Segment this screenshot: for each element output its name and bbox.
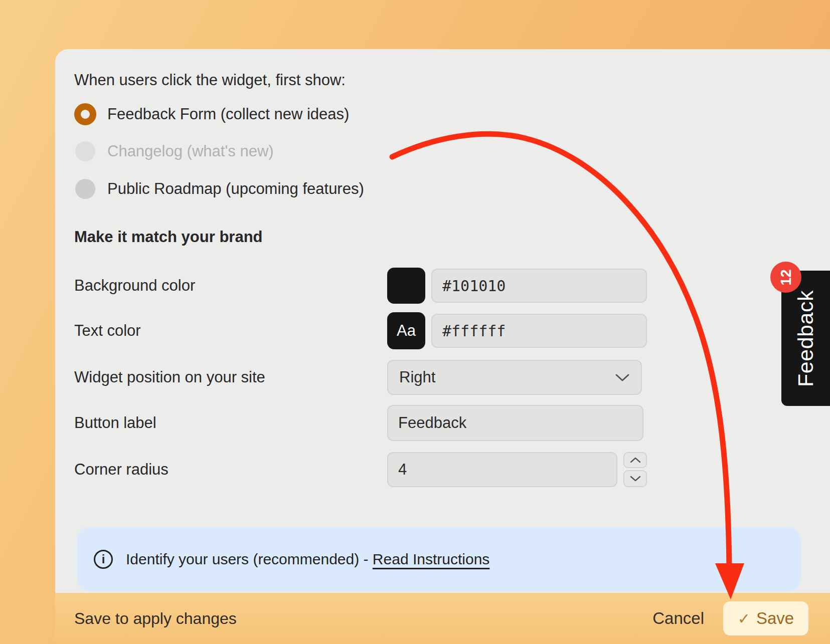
chevron-up-icon	[630, 457, 641, 463]
check-icon: ✓	[738, 610, 750, 627]
read-instructions-link[interactable]: Read Instructions	[373, 551, 489, 567]
text-color-swatch-glyph: Aa	[397, 322, 416, 340]
info-circle-icon: i	[94, 550, 113, 569]
brand-section-heading: Make it match your brand	[74, 227, 263, 248]
text-color-swatch[interactable]: Aa	[387, 312, 425, 349]
text-color-input[interactable]	[431, 314, 647, 348]
footer-status-text: Save to apply changes	[74, 609, 237, 628]
corner-radius-label: Corner radius	[74, 459, 169, 480]
notification-badge: 12	[770, 262, 801, 293]
screen: When users click the widget, first show:…	[0, 0, 830, 644]
corner-radius-input[interactable]	[387, 452, 617, 487]
radio-public-roadmap-label[interactable]: Public Roadmap (upcoming features)	[107, 178, 364, 199]
corner-radius-decrement-button[interactable]	[623, 470, 647, 487]
notification-badge-count: 12	[777, 269, 794, 285]
footer-bar: Save to apply changes Cancel ✓ Save	[55, 593, 830, 644]
background-color-swatch[interactable]	[387, 268, 425, 304]
button-label-label: Button label	[74, 412, 156, 434]
identify-users-banner: i Identify your users (recommended) - Re…	[77, 527, 801, 591]
button-label-input[interactable]	[387, 405, 643, 441]
chevron-down-icon	[630, 476, 641, 482]
feedback-widget-tab-label: Feedback	[793, 290, 818, 387]
background-color-input[interactable]	[431, 269, 647, 303]
widget-position-label: Widget position on your site	[74, 367, 265, 388]
first-show-question: When users click the widget, first show:	[74, 70, 346, 91]
banner-text: Identify your users (recommended) - Read…	[126, 551, 489, 568]
background-color-label: Background color	[74, 275, 195, 296]
chevron-down-icon	[615, 373, 630, 382]
radio-feedback-form-label[interactable]: Feedback Form (collect new ideas)	[107, 104, 349, 125]
cancel-button[interactable]: Cancel	[649, 608, 707, 628]
radio-public-roadmap[interactable]	[75, 179, 95, 199]
radio-changelog-label[interactable]: Changelog (what's new)	[107, 141, 274, 162]
widget-position-select[interactable]: Right	[387, 360, 642, 395]
save-button[interactable]: ✓ Save	[723, 601, 808, 635]
corner-radius-increment-button[interactable]	[623, 452, 647, 468]
radio-feedback-form[interactable]	[74, 103, 96, 125]
widget-position-value: Right	[399, 368, 435, 386]
text-color-label: Text color	[74, 320, 141, 341]
save-button-label: Save	[756, 609, 794, 628]
radio-changelog[interactable]	[75, 141, 95, 161]
